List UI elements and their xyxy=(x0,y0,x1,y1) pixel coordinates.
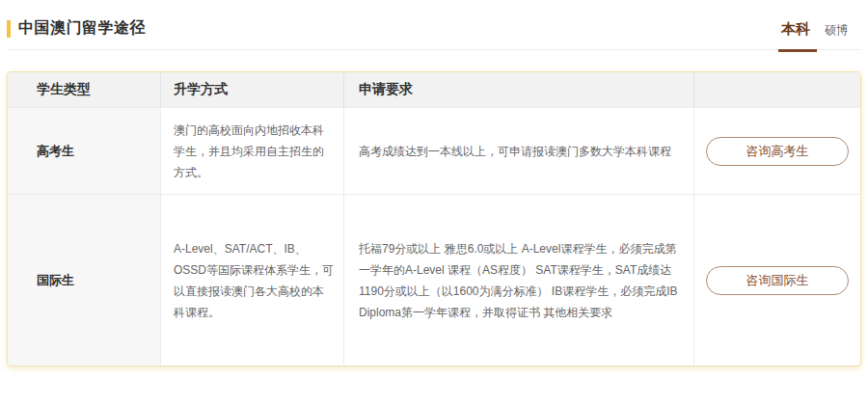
pathway-cell: 澳门的高校面向内地招收本科学生，并且均采用自主招生的方式。 xyxy=(160,108,343,194)
requirements-cell: 高考成绩达到一本线以上，可申请报读澳门多数大学本科课程 xyxy=(343,108,693,194)
tab-undergraduate-label: 本科 xyxy=(781,20,810,37)
requirements-text: 高考成绩达到一本线以上，可申请报读澳门多数大学本科课程 xyxy=(359,141,671,162)
action-cell: 咨询高考生 xyxy=(693,108,860,194)
active-tab-underline xyxy=(778,49,817,52)
table-row-gaokao: 高考生 澳门的高校面向内地招收本科学生，并且均采用自主招生的方式。 高考成绩达到… xyxy=(8,107,860,194)
page-title-text: 中国澳门留学途径 xyxy=(18,18,146,39)
page-title: 中国澳门留学途径 xyxy=(7,18,146,39)
consult-gaokao-button[interactable]: 咨询高考生 xyxy=(706,137,849,166)
requirements-cell: 托福79分或以上 雅思6.0或以上 A-Level课程学生，必须完成第一学年的A… xyxy=(343,195,693,365)
pathway-text: 澳门的高校面向内地招收本科学生，并且均采用自主招生的方式。 xyxy=(174,120,335,183)
pathway-text: A-Level、SAT/ACT、IB、OSSD等国际课程体系学生，可以直接报读澳… xyxy=(174,238,335,323)
student-type-label: 高考生 xyxy=(37,141,74,162)
table-header-row: 学生类型 升学方式 申请要求 xyxy=(8,72,860,107)
title-accent-bar xyxy=(7,20,11,38)
consult-international-button[interactable]: 咨询国际生 xyxy=(706,266,849,295)
student-type-cell: 高考生 xyxy=(8,108,160,194)
table-row-international: 国际生 A-Level、SAT/ACT、IB、OSSD等国际课程体系学生，可以直… xyxy=(8,194,860,365)
section-header: 中国澳门留学途径 本科 硕博 xyxy=(7,0,861,50)
header-requirements: 申请要求 xyxy=(343,72,693,107)
header-action xyxy=(693,72,860,107)
tab-undergraduate[interactable]: 本科 xyxy=(781,20,810,39)
study-abroad-section: 中国澳门留学途径 本科 硕博 学生类型 升学方式 申请要求 高考生 澳门的高校面… xyxy=(0,0,868,366)
header-student-type: 学生类型 xyxy=(8,72,160,107)
tab-postgraduate-label: 硕博 xyxy=(825,23,848,37)
pathways-table: 学生类型 升学方式 申请要求 高考生 澳门的高校面向内地招收本科学生，并且均采用… xyxy=(7,71,861,366)
level-tabs: 本科 硕博 xyxy=(781,18,848,39)
student-type-cell: 国际生 xyxy=(8,195,160,365)
requirements-text: 托福79分或以上 雅思6.0或以上 A-Level课程学生，必须完成第一学年的A… xyxy=(359,238,680,323)
tab-postgraduate[interactable]: 硕博 xyxy=(825,22,848,39)
header-pathway: 升学方式 xyxy=(160,72,343,107)
student-type-label: 国际生 xyxy=(37,270,74,291)
pathway-cell: A-Level、SAT/ACT、IB、OSSD等国际课程体系学生，可以直接报读澳… xyxy=(160,195,343,365)
action-cell: 咨询国际生 xyxy=(693,195,860,365)
